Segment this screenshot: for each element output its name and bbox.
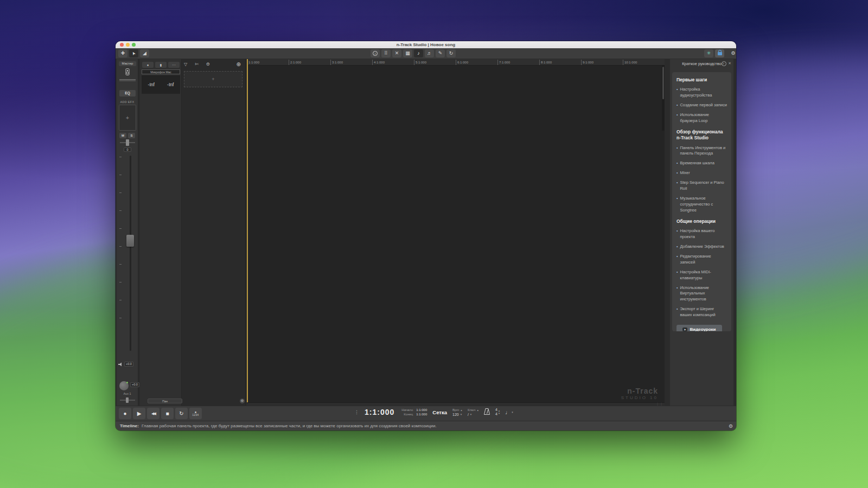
time-signature-control[interactable]: 4 4 ▴ ▾ <box>495 408 500 417</box>
guide-link-label[interactable]: Экспорт и Шеринг ваших композиций <box>680 306 727 318</box>
guide-link-label[interactable]: Использование браузера Loop <box>680 112 727 124</box>
instrument-button[interactable]: ♬ <box>425 49 434 57</box>
down-arrow-icon[interactable]: ▾ <box>470 413 472 416</box>
timeline-ruler[interactable]: 1:1:0002:1:0003:1:0004:1:0005:1:0006:1:0… <box>247 59 665 66</box>
key-value[interactable]: / <box>468 413 469 416</box>
guide-link[interactable]: •Настройка вашего проекта <box>676 228 727 240</box>
grid-button[interactable]: Сетка <box>432 409 447 415</box>
input-device-name[interactable]: Микрофон Mac <box>142 69 180 74</box>
play-button[interactable]: ▶ <box>133 408 145 419</box>
guide-link[interactable]: •Добавление Эффектов <box>676 244 727 250</box>
split-tool-icon[interactable]: ✄ <box>195 62 199 67</box>
metronome-count-button[interactable]: ● 1234 <box>189 408 202 419</box>
output-gain-value[interactable]: +0.0 <box>124 362 133 367</box>
aux-send-knob[interactable] <box>119 381 129 390</box>
time-display[interactable]: 1:1:000 <box>365 408 394 416</box>
guide-link[interactable]: •Использование Виртуальных инструментов <box>676 285 727 303</box>
guide-link[interactable]: •Музыкальное сотрудничество с Songtree <box>676 196 727 214</box>
bpm-value[interactable]: 120 <box>452 413 459 416</box>
status-gear-icon[interactable]: ⚙ <box>729 423 733 429</box>
track-settings-gear-icon[interactable]: ⚙ <box>206 62 210 67</box>
track-record-arm-button[interactable]: ● <box>142 62 154 68</box>
settings-button[interactable]: ⚙ <box>729 49 736 57</box>
start-value[interactable]: 1:1:000 <box>416 408 427 412</box>
guide-link[interactable]: •Использование браузера Loop <box>676 112 727 124</box>
crossfade-button[interactable]: ✕ <box>392 49 401 57</box>
fade-tool-button[interactable]: ◢ <box>140 49 149 57</box>
sync-button[interactable]: ↻ <box>446 49 456 57</box>
add-track-button[interactable]: ⊕ <box>237 61 241 67</box>
up-arrow-icon[interactable]: ▴ <box>477 408 478 412</box>
microphone-button[interactable]: ♪ <box>414 49 423 57</box>
aux-gain-value[interactable]: +0.0 <box>130 382 139 387</box>
automation-gear-icon[interactable]: ⚙ <box>240 399 245 403</box>
guide-link-label[interactable]: Step Sequencer и Piano Roll <box>680 180 727 192</box>
mute-button[interactable]: M <box>119 133 126 138</box>
guide-link-label[interactable]: Добавление Эффектов <box>680 244 724 250</box>
guide-link-label[interactable]: Настройка MIDI-клавиатуры <box>680 269 727 281</box>
track-more-button[interactable]: ⋯ <box>168 62 180 68</box>
info-button[interactable]: i <box>371 49 380 57</box>
guide-link[interactable]: •Редактирование записей <box>676 254 727 266</box>
timeline-area[interactable]: 1:1:0002:1:0003:1:0004:1:0005:1:0006:1:0… <box>247 59 665 406</box>
guide-link-label[interactable]: Mixer <box>680 170 690 176</box>
unlock-features-button[interactable] <box>715 49 724 57</box>
bullet-icon: • <box>676 228 678 240</box>
volume-fader-handle[interactable] <box>126 235 134 247</box>
down-arrow-icon[interactable]: ▾ <box>461 413 462 416</box>
loop-button[interactable]: ↻ <box>175 408 188 419</box>
plugins-button[interactable]: ✳ <box>704 49 713 57</box>
guide-close-icon[interactable]: ✕ <box>728 61 731 66</box>
guide-link[interactable]: •Настройка MIDI-клавиатуры <box>676 269 727 281</box>
guide-link[interactable]: •Панель Инструментов и панель Перехода <box>676 145 727 157</box>
time-sig-top[interactable]: 4 <box>495 408 497 412</box>
add-effect-dropzone[interactable]: + <box>119 105 136 131</box>
playhead-cursor[interactable] <box>247 59 248 402</box>
time-sig-bottom[interactable]: 4 <box>495 412 497 416</box>
key-stepper[interactable]: Ключ▴ /▾ <box>468 408 478 416</box>
guide-link[interactable]: •Создание первой записи <box>676 102 727 108</box>
aux-slider-handle[interactable] <box>126 397 129 403</box>
guide-link[interactable]: •Mixer <box>676 170 727 176</box>
step-sequencer-button[interactable]: ⠿ <box>381 49 391 57</box>
metronome-icon[interactable] <box>484 407 490 417</box>
keyboard-button[interactable]: ▦ <box>403 49 412 57</box>
guide-link-label[interactable]: Панель Инструментов и панель Перехода <box>680 145 727 157</box>
move-tool-button[interactable]: ✚ <box>118 49 127 57</box>
pan-slider-handle[interactable] <box>126 139 129 146</box>
time-display-options-icon[interactable]: ⋮ <box>354 409 359 415</box>
guide-link-label[interactable]: Музыкальное сотрудничество с Songtree <box>680 196 727 214</box>
stop-button[interactable]: ■ <box>161 408 174 419</box>
guide-link[interactable]: •Экспорт и Шеринг ваших композиций <box>676 306 727 318</box>
select-tool-button[interactable]: ➤ <box>129 49 138 57</box>
end-value[interactable]: 1:1:000 <box>416 413 427 416</box>
vertical-scrollbar[interactable] <box>662 66 665 131</box>
guide-link[interactable]: •Временная шкала <box>676 160 727 166</box>
new-track-dropzone[interactable]: + <box>184 71 242 87</box>
guide-link[interactable]: •Настройка аудиоустройства <box>676 87 727 99</box>
up-arrow-icon[interactable]: ▴ <box>461 408 462 412</box>
guide-link[interactable]: •Step Sequencer и Piano Roll <box>676 180 727 192</box>
eq-button[interactable]: EQ <box>119 90 136 97</box>
guide-link-label[interactable]: Временная шкала <box>680 160 714 166</box>
rewind-button[interactable]: ◀◀ <box>147 408 159 419</box>
filter-icon[interactable]: ▽ <box>184 62 187 67</box>
vertical-scrollbar-handle[interactable] <box>662 67 664 99</box>
solo-button[interactable]: S <box>128 133 135 138</box>
automation-param-selector[interactable]: Пан <box>148 399 182 403</box>
guide-link-label[interactable]: Настройка вашего проекта <box>680 228 727 240</box>
track-monitor-button[interactable]: ▮ <box>155 62 167 68</box>
output-device-icon[interactable] <box>124 68 131 78</box>
note-value-selector[interactable]: ♩ ▾ <box>505 409 513 415</box>
down-arrow-icon[interactable]: ▾ <box>499 412 500 415</box>
guide-link-label[interactable]: Редактирование записей <box>680 254 727 266</box>
draw-tool-button[interactable]: ✎ <box>436 49 445 57</box>
video-tutorials-button[interactable]: ▶ Видеоуроки <box>676 325 722 331</box>
guide-link-label[interactable]: Настройка аудиоустройства <box>680 87 727 99</box>
guide-help-icon[interactable]: ? <box>722 61 726 66</box>
timeline-canvas[interactable]: n-Track STUDIO 10 <box>247 66 665 406</box>
guide-link-label[interactable]: Создание первой записи <box>680 102 726 108</box>
bpm-stepper[interactable]: Bpm▴ 120▾ <box>452 408 462 416</box>
guide-link-label[interactable]: Использование Виртуальных инструментов <box>680 285 727 303</box>
record-button[interactable]: ● <box>119 408 131 419</box>
